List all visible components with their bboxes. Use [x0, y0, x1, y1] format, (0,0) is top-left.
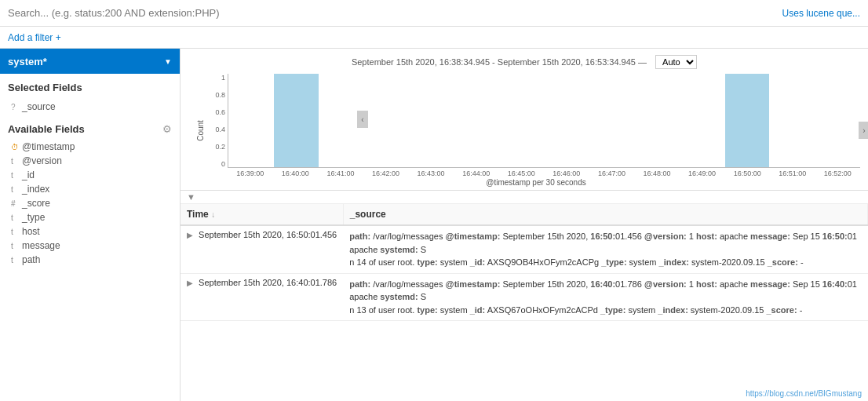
expand-icon[interactable]: ▶ [187, 231, 193, 239]
field-type-indicator: # [11, 199, 19, 208]
search-input[interactable] [8, 7, 782, 19]
source-key: 16: [590, 231, 603, 241]
field-type-indicator: t [11, 213, 19, 222]
source-key: 40: [835, 279, 848, 289]
available-field-item[interactable]: ⏱@timestamp [8, 140, 172, 154]
x-labels: 16:39:0016:40:0016:41:0016:42:0016:43:00… [228, 170, 860, 177]
source-key: _type: [600, 305, 625, 315]
available-field-item[interactable]: tmessage [8, 239, 172, 253]
table-row: ▶ September 15th 2020, 16:40:01.786 path… [181, 273, 868, 321]
source-key: 16: [822, 231, 835, 241]
chevron-down-icon: ▼ [164, 57, 172, 66]
available-fields-title: Available Fields [8, 123, 162, 135]
field-type-indicator: ? [11, 103, 19, 111]
selected-fields-title: Selected Fields [8, 82, 172, 93]
x-label: 16:42:00 [363, 170, 409, 177]
source-key: _index: [658, 305, 688, 315]
col-time-header[interactable]: Time ↓ [181, 204, 343, 225]
source-key: type: [417, 257, 437, 267]
search-bar: Uses lucene que... [0, 0, 868, 27]
x-label: 16:41:00 [318, 170, 363, 177]
field-type-indicator: t [11, 228, 19, 236]
x-label: 16:47:00 [589, 170, 635, 177]
source-key: 50: [835, 231, 848, 241]
watermark: https://blog.csdn.net/BIGmustang [746, 389, 862, 398]
chart-bar [274, 74, 318, 167]
source-key: version: [653, 279, 687, 289]
source-key: systemd: [380, 292, 418, 301]
field-type-indicator: ⏱ [11, 143, 19, 151]
x-label: 16:40:00 [273, 170, 319, 177]
sidebar: system* ▼ Selected Fields ?_source Avail… [0, 49, 181, 401]
available-field-item[interactable]: thost [8, 224, 172, 239]
chart-left-toggle[interactable]: ‹ [357, 111, 368, 128]
results-toggle-bar[interactable]: ▼ [181, 191, 868, 204]
source-key: timestamp: [454, 279, 501, 289]
y-ticks: 1 0.8 0.6 0.4 0.2 0 [212, 74, 228, 168]
gear-icon[interactable]: ⚙ [162, 123, 172, 135]
source-key: host: [696, 231, 717, 241]
available-field-item[interactable]: t_id [8, 168, 172, 182]
field-name-label: _id [22, 170, 35, 180]
add-filter-link[interactable]: Add a filter + [8, 32, 61, 43]
source-key: path: [349, 231, 370, 241]
available-field-item[interactable]: #_score [8, 196, 172, 210]
source-key: _type: [601, 257, 626, 267]
source-key: 40: [603, 279, 615, 289]
chart-collapse-toggle[interactable]: › [859, 122, 868, 139]
source-key: message: [750, 231, 790, 241]
x-label: 16:48:00 [634, 170, 680, 177]
field-type-indicator: t [11, 185, 19, 194]
time-cell: ▶ September 15th 2020, 16:50:01.456 [181, 225, 343, 273]
source-key: path: [349, 279, 370, 289]
table-header-row: Time ↓ _source [181, 204, 868, 225]
chart-interval-select[interactable]: Auto5s10s30s1m5m [655, 55, 697, 69]
source-key: _id: [470, 257, 486, 267]
field-type-indicator: t [11, 171, 19, 180]
x-axis-title: @timestamp per 30 seconds [212, 178, 860, 187]
field-name-label: @timestamp [22, 141, 75, 152]
available-fields-section: Available Fields ⚙ ⏱@timestampt@versiont… [0, 117, 180, 270]
content-area: September 15th 2020, 16:38:34.945 - Sept… [181, 49, 868, 401]
available-field-item[interactable]: t@version [8, 154, 172, 168]
chart-time-range: September 15th 2020, 16:38:34.945 - Sept… [352, 57, 636, 67]
field-type-indicator: t [11, 242, 19, 250]
field-name-label: _score [22, 198, 50, 209]
selected-fields-section: Selected Fields ?_source [0, 74, 180, 117]
source-key: timestamp: [454, 231, 501, 241]
selected-fields-list: ?_source [8, 100, 172, 114]
source-key: _score: [766, 305, 797, 315]
lucene-link[interactable]: Uses lucene que... [782, 8, 860, 19]
chart-container: September 15th 2020, 16:38:34.945 - Sept… [181, 49, 868, 191]
chart-bar [725, 74, 769, 167]
results-tbody: ▶ September 15th 2020, 16:50:01.456 path… [181, 225, 868, 321]
available-fields-list: ⏱@timestampt@versiont_idt_index#_scoret_… [8, 140, 172, 267]
time-cell: ▶ September 15th 2020, 16:40:01.786 [181, 273, 343, 321]
selected-field-item[interactable]: ?_source [8, 100, 172, 114]
bars-container [228, 74, 860, 168]
source-key: version: [653, 231, 687, 241]
x-label: 16:52:00 [815, 170, 861, 177]
available-field-item[interactable]: tpath [8, 253, 172, 267]
available-field-item[interactable]: t_type [8, 210, 172, 224]
x-label: 16:49:00 [680, 170, 725, 177]
y-axis-label: Count [196, 120, 205, 141]
field-type-indicator: t [11, 157, 19, 166]
main-layout: system* ▼ Selected Fields ?_source Avail… [0, 49, 868, 401]
source-cell: path: /var/log/messages @timestamp: Sept… [343, 273, 867, 321]
available-field-item[interactable]: t_index [8, 182, 172, 196]
expand-icon[interactable]: ▶ [187, 279, 193, 287]
source-line2: n 14 of user root. type: system _id: AXS… [349, 256, 861, 269]
source-cell: path: /var/log/messages @timestamp: Sept… [343, 225, 867, 273]
source-line1: path: /var/log/messages @timestamp: Sept… [349, 278, 861, 304]
x-label: 16:43:00 [408, 170, 454, 177]
chart-header: September 15th 2020, 16:38:34.945 - Sept… [188, 55, 860, 69]
field-name-label: @version [22, 155, 62, 166]
source-key: 50: [603, 231, 615, 241]
source-key: _score: [768, 257, 798, 267]
source-key: _index: [659, 257, 690, 267]
field-name-label: message [22, 240, 60, 251]
field-name-label: host [22, 226, 40, 237]
x-label: 16:44:00 [454, 170, 499, 177]
index-selector[interactable]: system* ▼ [0, 49, 180, 74]
